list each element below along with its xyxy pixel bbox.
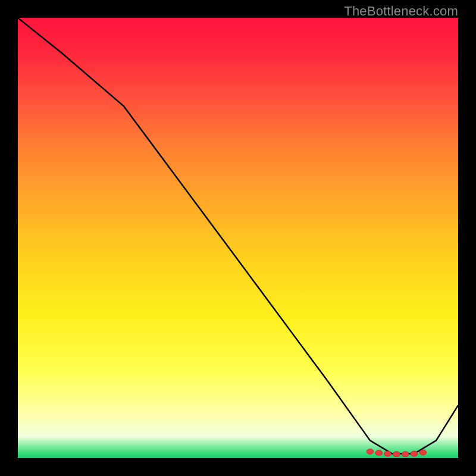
- data-marker: [419, 450, 427, 455]
- data-marker: [402, 452, 409, 457]
- chart-svg: [18, 18, 458, 458]
- plot-area: [18, 18, 458, 458]
- data-marker: [367, 449, 374, 454]
- data-marker: [393, 452, 400, 457]
- chart-container: TheBottleneck.com: [0, 0, 476, 476]
- watermark-text: TheBottleneck.com: [344, 4, 458, 19]
- marker-group: [367, 449, 427, 456]
- line-series-curve: [18, 18, 458, 454]
- data-marker: [411, 451, 418, 456]
- data-marker: [375, 450, 383, 456]
- data-marker: [384, 451, 392, 456]
